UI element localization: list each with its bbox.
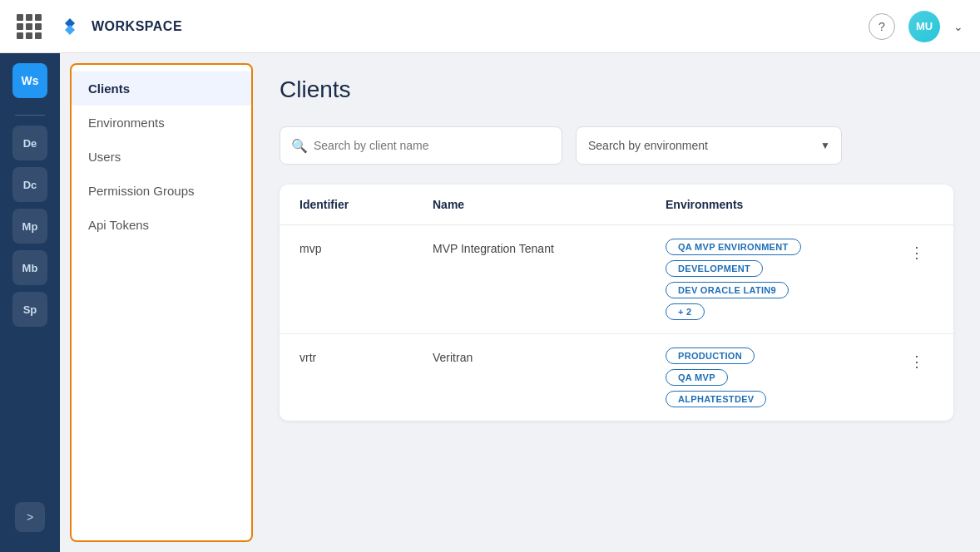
search-icon: 🔍 (291, 138, 308, 154)
help-button[interactable]: ? (869, 13, 895, 40)
row-actions: ⋮ (900, 347, 933, 372)
content-area: Clients 🔍 Search by environment QA MVP E… (253, 53, 980, 552)
row-more-button[interactable]: ⋮ (904, 242, 929, 264)
sidebar-nav-mb[interactable]: Mb (12, 250, 47, 285)
column-header-environments: Environments (666, 198, 900, 211)
row-more-button[interactable]: ⋮ (904, 351, 929, 372)
sidebar-divider (15, 115, 45, 116)
row-environments: PRODUCTION QA MVP ALPHATESTDEV (666, 347, 900, 407)
workspace-logo (58, 15, 82, 38)
env-badge: QA MVP ENVIRONMENT (666, 239, 801, 255)
app-header: WORKSPACE ? MU ⌄ (0, 0, 980, 53)
environment-select[interactable]: Search by environment QA MVP ENVIRONMENT… (576, 126, 842, 165)
search-row: 🔍 Search by environment QA MVP ENVIRONME… (280, 126, 953, 165)
environment-select-wrapper: Search by environment QA MVP ENVIRONMENT… (576, 126, 842, 165)
nav-item-environments[interactable]: Environments (72, 106, 251, 140)
env-badge-plus: + 2 (666, 303, 705, 320)
search-client-input[interactable] (280, 126, 562, 165)
row-name: Veritran (433, 347, 666, 364)
sidebar-nav-sp[interactable]: Sp (12, 292, 47, 327)
sidebar-nav-mp[interactable]: Mp (12, 209, 47, 244)
row-identifier: vrtr (299, 347, 433, 364)
user-menu-chevron-icon[interactable]: ⌄ (953, 20, 963, 33)
nav-item-clients[interactable]: Clients (72, 71, 251, 106)
env-badge: PRODUCTION (666, 347, 755, 364)
workspace-title: WORKSPACE (92, 19, 182, 34)
nav-item-api-tokens[interactable]: Api Tokens (72, 208, 251, 242)
row-identifier: mvp (299, 239, 433, 255)
column-header-actions (900, 198, 933, 211)
client-search-wrapper: 🔍 (280, 126, 562, 165)
avatar[interactable]: MU (908, 11, 940, 42)
sidebar-nav-de[interactable]: De (12, 126, 47, 160)
nav-item-users[interactable]: Users (72, 140, 251, 174)
env-badge: DEV ORACLE LATIN9 (666, 282, 789, 298)
column-header-identifier: Identifier (299, 198, 433, 211)
clients-table: Identifier Name Environments mvp MVP Int… (280, 185, 953, 421)
header-right: ? MU ⌄ (869, 11, 963, 42)
env-badge: ALPHATESTDEV (666, 391, 766, 407)
grid-menu-icon[interactable] (17, 14, 42, 39)
table-row: vrtr Veritran PRODUCTION QA MVP ALPHATES… (280, 334, 953, 421)
sidebar-expand-button[interactable]: > (15, 502, 45, 532)
page-title: Clients (280, 76, 953, 103)
env-badge: DEVELOPMENT (666, 260, 763, 277)
row-environments: QA MVP ENVIRONMENT DEVELOPMENT DEV ORACL… (666, 239, 900, 320)
table-row: mvp MVP Integration Tenant QA MVP ENVIRO… (280, 225, 953, 334)
nav-item-permission-groups[interactable]: Permission Groups (72, 174, 251, 208)
env-badge: QA MVP (666, 369, 728, 386)
column-header-name: Name (433, 198, 666, 211)
row-actions: ⋮ (900, 239, 933, 264)
sidebar-nav-dc[interactable]: Dc (12, 167, 47, 202)
header-left: WORKSPACE (17, 14, 182, 39)
icon-sidebar: Ws De Dc Mp Mb Sp > (0, 53, 60, 552)
main-layout: Ws De Dc Mp Mb Sp > Clients Environments… (0, 53, 980, 552)
table-header: Identifier Name Environments (280, 185, 953, 225)
sidebar-workspace-button[interactable]: Ws (12, 63, 47, 98)
nav-menu: Clients Environments Users Permission Gr… (70, 63, 253, 542)
row-name: MVP Integration Tenant (433, 239, 666, 255)
